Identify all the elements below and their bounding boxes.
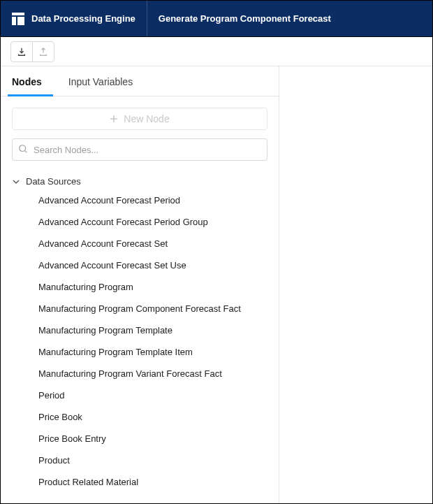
search-icon <box>18 144 28 154</box>
left-panel: NodesInput Variables New Node Data <box>1 66 279 503</box>
node-item[interactable]: Advanced Account Forecast Period <box>38 189 267 211</box>
app-header: Data Processing Engine Generate Program … <box>1 1 432 37</box>
node-item[interactable]: Product Related Material <box>38 471 267 493</box>
toolbar <box>1 37 432 66</box>
svg-rect-1 <box>12 17 16 25</box>
node-item[interactable]: Price Book Entry <box>38 428 267 449</box>
app-icon <box>12 13 24 25</box>
node-item[interactable]: Advanced Account Forecast Set Use <box>38 254 267 276</box>
app-brand[interactable]: Data Processing Engine <box>1 1 147 36</box>
canvas-panel[interactable] <box>279 66 432 503</box>
tree-group-label: Data Sources <box>26 176 81 187</box>
import-button[interactable] <box>10 41 33 62</box>
plus-icon <box>110 115 118 123</box>
svg-rect-2 <box>17 17 24 25</box>
node-list: Advanced Account Forecast PeriodAdvanced… <box>12 189 267 493</box>
node-item[interactable]: Period <box>38 384 267 406</box>
upload-icon <box>38 47 48 57</box>
search-wrap <box>12 138 267 161</box>
node-item[interactable]: Product <box>38 449 267 471</box>
app-name: Data Processing Engine <box>31 13 135 24</box>
export-button[interactable] <box>32 41 54 62</box>
node-item[interactable]: Advanced Account Forecast Set <box>38 233 267 254</box>
panel-body: New Node Data Sources Advanced Account F… <box>1 96 279 503</box>
tree-group-header[interactable]: Data Sources <box>12 173 267 189</box>
panel-tabs: NodesInput Variables <box>1 66 279 96</box>
node-item[interactable]: Advanced Account Forecast Period Group <box>38 211 267 233</box>
search-input[interactable] <box>12 138 267 161</box>
svg-point-3 <box>20 145 26 152</box>
tab-input-variables[interactable]: Input Variables <box>64 72 144 96</box>
svg-rect-0 <box>12 13 24 15</box>
node-item[interactable]: Manufacturing Program Template Item <box>38 341 267 363</box>
tab-nodes[interactable]: Nodes <box>8 72 53 96</box>
node-item[interactable]: Manufacturing Program <box>38 276 267 298</box>
page-title: Generate Program Component Forecast <box>147 13 342 24</box>
node-item[interactable]: Manufacturing Program Variant Forecast F… <box>38 363 267 384</box>
new-node-label: New Node <box>124 113 169 124</box>
node-item[interactable]: Price Book <box>38 406 267 428</box>
node-item[interactable]: Manufacturing Program Template <box>38 319 267 341</box>
node-item[interactable]: Manufacturing Program Component Forecast… <box>38 298 267 319</box>
new-node-button[interactable]: New Node <box>12 108 267 130</box>
main-area: NodesInput Variables New Node Data <box>1 66 432 503</box>
chevron-down-icon <box>12 178 20 186</box>
download-icon <box>17 47 27 57</box>
